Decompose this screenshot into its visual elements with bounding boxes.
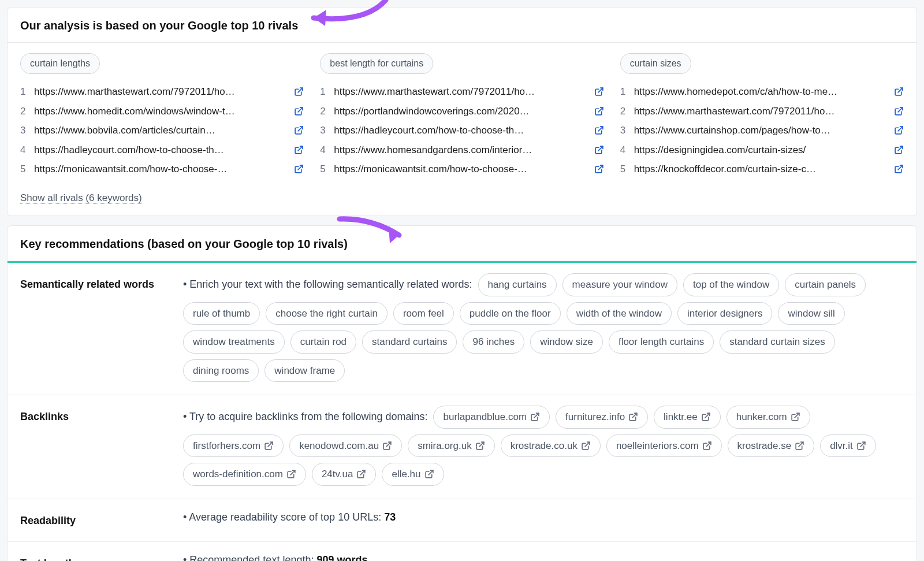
semantic-chip[interactable]: top of the window xyxy=(683,273,779,296)
rival-url[interactable]: https://www.homedepot.com/c/ah/how-to-me… xyxy=(634,84,888,99)
external-link-icon xyxy=(294,145,304,155)
semantic-chip-row: • Enrich your text with the following se… xyxy=(183,273,904,382)
external-link-icon xyxy=(294,164,304,174)
semantic-chip[interactable]: hang curtains xyxy=(478,273,557,296)
open-rival-link[interactable] xyxy=(894,164,904,174)
rival-url[interactable]: https://www.marthastewart.com/7972011/ho… xyxy=(634,104,888,119)
open-rival-link[interactable] xyxy=(894,106,904,116)
open-rival-link[interactable] xyxy=(294,125,304,135)
rank-number: 4 xyxy=(20,143,28,158)
rival-row: 1https://www.marthastewart.com/7972011/h… xyxy=(20,82,304,102)
semantic-chip[interactable]: measure your window xyxy=(562,273,677,296)
open-rival-link[interactable] xyxy=(894,125,904,135)
annotation-arrow-icon xyxy=(337,214,418,249)
backlink-domain: elle.hu xyxy=(392,467,420,482)
svg-line-18 xyxy=(795,413,799,418)
rival-row: 5https://knockoffdecor.com/curtain-size-… xyxy=(620,159,904,179)
rival-url[interactable]: https://knockoffdecor.com/curtain-size-c… xyxy=(634,162,888,177)
svg-line-4 xyxy=(298,165,303,170)
rival-url[interactable]: https://monicawantsit.com/how-to-choose-… xyxy=(334,162,588,177)
rival-url[interactable]: https://www.homedit.com/windows/window-t… xyxy=(34,104,288,119)
open-rival-link[interactable] xyxy=(594,87,604,96)
backlink-chip[interactable]: 24tv.ua xyxy=(312,463,377,486)
backlink-chip[interactable]: krostrade.se xyxy=(728,434,815,458)
external-link-icon xyxy=(791,412,800,422)
backlink-chip[interactable]: smira.org.uk xyxy=(408,434,495,458)
semantic-chip[interactable]: rule of thumb xyxy=(183,302,260,325)
open-rival-link[interactable] xyxy=(894,87,904,96)
open-rival-link[interactable] xyxy=(594,145,604,155)
semantic-chip[interactable]: curtain rod xyxy=(290,330,356,354)
svg-line-26 xyxy=(290,470,295,475)
rival-row: 2https://www.homedit.com/windows/window-… xyxy=(20,102,304,121)
rival-url[interactable]: https://www.bobvila.com/articles/curtain… xyxy=(34,123,288,138)
rank-number: 2 xyxy=(620,104,628,119)
semantic-chip[interactable]: puddle on the floor xyxy=(460,302,561,325)
rival-url[interactable]: https://hadleycourt.com/how-to-choose-th… xyxy=(34,143,288,158)
open-rival-link[interactable] xyxy=(294,87,304,96)
rival-url[interactable]: https://monicawantsit.com/how-to-choose-… xyxy=(34,162,288,177)
keyword-pill[interactable]: curtain sizes xyxy=(620,53,691,74)
semantic-chip[interactable]: standard curtains xyxy=(362,330,457,354)
semantic-chip[interactable]: curtain panels xyxy=(785,273,866,296)
semantic-chip[interactable]: interior designers xyxy=(677,302,772,325)
semantic-chip[interactable]: choose the right curtain xyxy=(266,302,388,325)
open-rival-link[interactable] xyxy=(294,145,304,155)
semantic-chip[interactable]: room feel xyxy=(393,302,454,325)
open-rival-link[interactable] xyxy=(594,106,604,116)
external-link-icon xyxy=(286,469,296,479)
backlink-chip[interactable]: burlapandblue.com xyxy=(433,406,550,429)
backlink-chip[interactable]: firstforhers.com xyxy=(183,434,284,458)
open-rival-link[interactable] xyxy=(594,125,604,135)
show-all-rivals-link[interactable]: Show all rivals (6 keywords) xyxy=(20,192,142,204)
svg-line-12 xyxy=(898,127,903,131)
svg-line-14 xyxy=(898,165,903,170)
rival-url[interactable]: https://hadleycourt.com/how-to-choose-th… xyxy=(334,123,588,138)
rival-url[interactable]: https://designingidea.com/curtain-sizes/ xyxy=(634,143,888,158)
semantic-chip[interactable]: window size xyxy=(530,330,603,354)
semantic-chip[interactable]: 96 inches xyxy=(463,330,524,354)
semantic-chip[interactable]: window sill xyxy=(778,302,844,325)
svg-line-27 xyxy=(361,470,366,475)
backlink-domain: firstforhers.com xyxy=(193,439,260,454)
keyword-pill[interactable]: curtain lengths xyxy=(20,53,100,74)
open-rival-link[interactable] xyxy=(294,106,304,116)
external-link-icon xyxy=(894,164,904,174)
backlink-chip[interactable]: noelleinteriors.com xyxy=(606,434,722,458)
external-link-icon xyxy=(382,441,392,451)
svg-line-13 xyxy=(898,146,903,151)
semantic-chip[interactable]: width of the window xyxy=(567,302,672,325)
backlink-chip[interactable]: kenodowd.com.au xyxy=(289,434,402,458)
svg-line-10 xyxy=(898,88,903,92)
svg-line-5 xyxy=(598,88,603,92)
semantic-chip[interactable]: floor length curtains xyxy=(609,330,714,354)
open-rival-link[interactable] xyxy=(294,164,304,174)
rival-url[interactable]: https://www.marthastewart.com/7972011/ho… xyxy=(334,84,588,99)
backlink-chip[interactable]: krostrade.co.uk xyxy=(501,434,601,458)
semantic-chip[interactable]: dining rooms xyxy=(183,359,259,382)
backlink-chip[interactable]: dlvr.it xyxy=(820,434,876,458)
rival-url[interactable]: https://www.curtainshop.com/pages/how-to… xyxy=(634,123,888,138)
backlink-chip[interactable]: hunker.com xyxy=(726,406,810,429)
backlink-chip[interactable]: linktr.ee xyxy=(654,406,721,429)
semantic-intro: • Enrich your text with the following se… xyxy=(183,277,472,292)
rank-number: 1 xyxy=(620,84,628,99)
keyword-pill[interactable]: best length for curtains xyxy=(320,53,433,74)
rank-number: 1 xyxy=(20,84,28,99)
open-rival-link[interactable] xyxy=(894,145,904,155)
backlinks-section: Backlinks • Try to acquire backlinks fro… xyxy=(8,395,916,499)
svg-line-1 xyxy=(298,107,303,112)
semantic-chip[interactable]: standard curtain sizes xyxy=(720,330,834,354)
semantic-chip[interactable]: window frame xyxy=(264,359,345,382)
svg-line-9 xyxy=(598,165,603,170)
semantic-chip[interactable]: window treatments xyxy=(183,330,285,354)
backlink-chip[interactable]: furniturez.info xyxy=(556,406,648,429)
backlink-chip[interactable]: words-definition.com xyxy=(183,463,306,486)
rival-url[interactable]: https://portlandwindowcoverings.com/2020… xyxy=(334,104,588,119)
open-rival-link[interactable] xyxy=(594,164,604,174)
backlink-chip[interactable]: elle.hu xyxy=(382,463,444,486)
rival-url[interactable]: https://www.marthastewart.com/7972011/ho… xyxy=(34,84,288,99)
svg-line-19 xyxy=(268,442,273,447)
rival-url[interactable]: https://www.homesandgardens.com/interior… xyxy=(334,143,588,158)
svg-line-20 xyxy=(386,442,391,447)
